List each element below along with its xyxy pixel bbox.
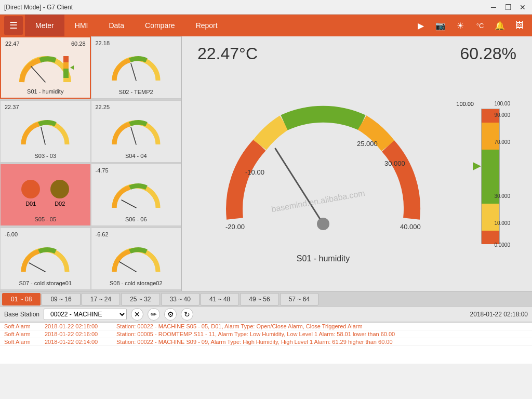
tab-17-24[interactable]: 17 ~ 24 [82, 293, 120, 305]
s07-val1: -6.00 [5, 231, 18, 237]
s06-val1: -4.75 [96, 167, 109, 174]
d02-label: D02 [55, 201, 65, 207]
main-gauge-wrapper: -20.00 -10.00 25.000 30.000 40.000 basem… [204, 89, 443, 263]
menu-compare[interactable]: Compare [135, 15, 185, 36]
meter-list: 22.47 60.28 S01 [0, 36, 182, 291]
seg-yellow [482, 204, 499, 231]
s03-label: S03 - 03 [33, 152, 57, 160]
d02-indicator [50, 180, 69, 198]
svg-line-7 [41, 127, 45, 144]
edit-icon[interactable]: ✏ [148, 308, 160, 321]
play-icon[interactable]: ▶ [413, 17, 429, 34]
s04-gauge [110, 111, 162, 152]
s07-label: S07 - cold storage01 [18, 279, 73, 287]
meter-cell-s03[interactable]: 22.37 S03 - 03 [0, 100, 91, 163]
bar-label-100: 100.00 [456, 101, 474, 107]
d01-item: D01 [21, 180, 40, 207]
main-area: 22.47 60.28 S01 [0, 36, 532, 291]
svg-rect-2 [63, 62, 69, 69]
tab-49-56[interactable]: 49 ~ 56 [240, 293, 278, 305]
alarm-row-1: Soft Alarm 2018-01-22 02:18:00 Station: … [0, 323, 532, 330]
alarm-type-3: Soft Alarm [4, 339, 41, 345]
hamburger-menu[interactable]: ☰ [4, 16, 23, 35]
main-gauge-svg: -20.00 -10.00 25.000 30.000 40.000 basem… [204, 89, 443, 250]
menu-hmi[interactable]: HMI [64, 15, 99, 36]
settings-icon[interactable]: ⚙ [164, 308, 177, 321]
bar-label-70: 70.000 [494, 139, 510, 145]
title-bar: [Direct Mode] - G7 Client ─ ❒ ✕ [0, 0, 532, 15]
d01-label: D01 [25, 201, 36, 207]
window-controls: ─ ❒ ✕ [488, 2, 528, 12]
alarm-time-1: 2018-01-22 02:18:00 [45, 323, 112, 329]
s04-label: S04 - 04 [124, 152, 148, 160]
s01-val2: 60.28 [71, 41, 86, 47]
alarm-desc-1: Station: 00022 - MACHINE S05 - 05, D01, … [116, 323, 363, 329]
s01-val1: 22.47 [5, 41, 20, 47]
svg-rect-4 [63, 78, 69, 82]
main-value2: 60.28% [460, 44, 516, 63]
meter-cell-s07[interactable]: -6.00 S07 - cold storage01 [0, 228, 91, 290]
s06-label: S06 - 06 [124, 215, 148, 223]
refresh-icon[interactable]: ↻ [181, 308, 193, 321]
tab-33-40[interactable]: 33 ~ 40 [161, 293, 200, 305]
tab-01-08[interactable]: 01 ~ 08 [2, 293, 41, 305]
brightness-icon[interactable]: ☀ [452, 17, 469, 34]
s02-label: S02 - TEMP2 [118, 88, 154, 96]
svg-line-0 [31, 66, 45, 82]
tab-bar: 01 ~ 08 09 ~ 16 17 ~ 24 25 ~ 32 33 ~ 40 … [0, 291, 532, 307]
alarm-row-2: Soft Alarm 2018-01-22 02:16:00 Station: … [0, 330, 532, 338]
image-icon[interactable]: 🖼 [511, 17, 528, 34]
meter-cell-s05[interactable]: D01 D02 S05 - 05 [0, 164, 91, 226]
alarm-desc-2: Station: 00005 - ROOMTEMP S11 - 11, Alar… [116, 331, 395, 337]
s02-val1: 22.18 [96, 40, 110, 46]
tab-57-64[interactable]: 57 ~ 64 [280, 293, 318, 305]
alarm-row-3: Soft Alarm 2018-01-22 02:14:00 Station: … [0, 338, 532, 346]
station-select[interactable]: 00022 - MACHINE [44, 309, 127, 320]
svg-text:-10.00: -10.00 [245, 168, 264, 176]
menu-report[interactable]: Report [185, 15, 228, 36]
tab-41-48[interactable]: 41 ~ 48 [201, 293, 239, 305]
alarm-type-1: Soft Alarm [4, 323, 41, 329]
menu-meter[interactable]: Meter [25, 15, 64, 36]
stop-icon[interactable]: ✕ [131, 308, 143, 321]
close-button[interactable]: ✕ [517, 2, 528, 12]
status-time: 2018-01-22 02:18:00 [470, 311, 528, 318]
svg-line-9 [122, 200, 136, 208]
svg-line-8 [131, 127, 136, 144]
menu-data[interactable]: Data [98, 15, 135, 36]
s08-val1: -6.62 [96, 231, 109, 237]
main-values: 22.47°C 60.28% [187, 42, 527, 66]
bar-label-10: 10.000 [494, 220, 510, 226]
meter-cell-s06[interactable]: -4.75 S06 - 06 [91, 164, 182, 226]
tab-09-16[interactable]: 09 ~ 16 [42, 293, 80, 305]
camera-icon[interactable]: 📷 [432, 17, 449, 34]
s02-gauge [110, 47, 162, 88]
svg-text:-20.00: -20.00 [225, 223, 245, 231]
station-label: Base Station [4, 311, 39, 318]
celsius-icon[interactable]: °C [472, 17, 488, 34]
d02-item: D02 [50, 180, 69, 207]
menu-right-icons: ▶ 📷 ☀ °C 🔔 🖼 [413, 17, 528, 34]
main-label: S01 - humidity [204, 254, 443, 263]
meter-cell-s02[interactable]: 22.18 S02 - TEMP2 [91, 36, 182, 99]
alarm-desc-3: Station: 00022 - MACHINE S09 - 09, Alarm… [116, 339, 393, 345]
seg-orange [482, 123, 499, 150]
minimize-button[interactable]: ─ [488, 2, 499, 12]
meter-cell-s04[interactable]: 22.25 S04 - 04 [91, 100, 182, 163]
meter-cell-s01[interactable]: 22.47 60.28 S01 [0, 36, 91, 99]
tab-25-32[interactable]: 25 ~ 32 [121, 293, 159, 305]
s08-label: S08 - cold storage02 [109, 279, 164, 287]
meter-cell-s08[interactable]: -6.62 S08 - cold storage02 [91, 228, 182, 290]
status-bar: Base Station 00022 - MACHINE ✕ ✏ ⚙ ↻ 201… [0, 307, 532, 322]
maximize-button[interactable]: ❒ [503, 2, 513, 12]
main-gauge-area: -20.00 -10.00 25.000 30.000 40.000 basem… [187, 66, 527, 286]
s01-label: S01 - humidity [26, 87, 64, 96]
s05-digital: D01 D02 [21, 166, 69, 215]
alarm-bell-icon[interactable]: 🔔 [491, 17, 508, 34]
svg-line-6 [131, 63, 136, 81]
s01-gauge [17, 48, 74, 87]
svg-point-18 [317, 218, 329, 230]
d01-indicator [21, 180, 40, 198]
svg-line-17 [275, 149, 323, 224]
s07-gauge [19, 238, 71, 279]
